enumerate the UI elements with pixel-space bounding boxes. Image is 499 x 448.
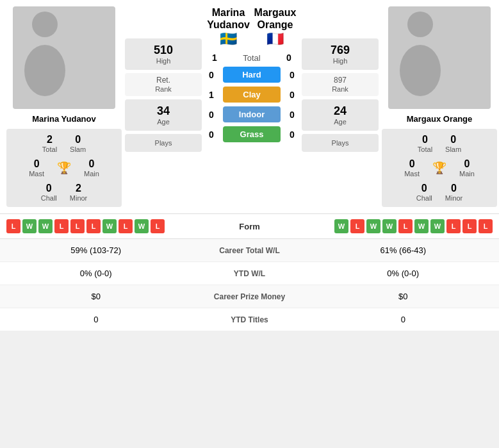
player1-rank-high-box: 510 High — [125, 38, 202, 70]
player1-photo — [13, 6, 115, 109]
player2-minor-label: Minor — [445, 194, 463, 202]
player1-minor: 2 — [76, 183, 81, 194]
form-badge: W — [382, 219, 397, 233]
total-label: Total — [226, 53, 277, 63]
player2-plays-label: Plays — [311, 139, 369, 147]
career-label: Career Total W/L — [192, 246, 307, 255]
player2-rank-value: 897 — [334, 76, 347, 85]
p2-indoor: 0 — [286, 110, 299, 120]
player2-age-box: 24 Age — [302, 99, 379, 131]
form-badge: L — [151, 219, 165, 233]
p2-titles: 0 — [307, 315, 500, 324]
p1-titles: 0 — [0, 315, 192, 324]
svg-point-2 — [407, 12, 433, 37]
player2-trophy-icon: 🏆 — [432, 161, 446, 175]
player1-rank-high: 510 — [135, 44, 192, 57]
player2-card: Margaux Orange 0 Total 0 Slam 0 Mast — [382, 6, 497, 207]
player2-rank-high-label: High — [311, 57, 369, 65]
prize-label: Career Prize Money — [192, 292, 307, 301]
form-badge: L — [446, 219, 461, 233]
prize-row: $0 Career Prize Money $0 — [0, 285, 499, 308]
p1-ytd: 0% (0-0) — [0, 269, 192, 278]
player1-rank-high-label: High — [135, 57, 192, 65]
player2-name-top: Margaux Orange 🇫🇷 — [252, 6, 299, 47]
player1-plays-label: Plays — [135, 139, 192, 147]
form-badge: L — [398, 219, 413, 233]
player2-age-label: Age — [311, 118, 369, 126]
form-badge: L — [86, 219, 101, 233]
player1-mast-label: Mast — [29, 170, 44, 178]
stats-table: 59% (103-72) Career Total W/L 61% (66-43… — [0, 238, 499, 331]
player1-chall-label: Chall — [41, 194, 57, 202]
career-row: 59% (103-72) Career Total W/L 61% (66-43… — [0, 239, 499, 262]
svg-point-3 — [400, 45, 441, 96]
player1-main: 0 — [88, 158, 94, 170]
p2-career: 61% (66-43) — [307, 245, 500, 255]
player1-minor-label: Minor — [70, 194, 88, 202]
p2-grass: 0 — [286, 129, 299, 140]
p2-total-wins: 0 — [282, 53, 295, 63]
player2-main-label: Main — [459, 170, 475, 178]
player1-age-label: Age — [135, 118, 192, 126]
svg-point-0 — [32, 12, 58, 37]
titles-row: 0 YTD Titles 0 — [0, 308, 499, 331]
grass-row: 0 Grass 0 — [205, 124, 299, 144]
p1-indoor: 0 — [205, 110, 218, 120]
form-badge: W — [366, 219, 380, 233]
player2-slam: 0 — [450, 134, 456, 145]
player2-form-badges: WLWWLWWLLL — [282, 219, 493, 233]
player2-rank-sub: Rank — [332, 85, 348, 93]
p1-prize: $0 — [0, 292, 192, 301]
p2-hard: 0 — [286, 70, 299, 80]
indoor-button: Indoor — [223, 106, 281, 122]
player2-rank-high-box: 769 High — [302, 38, 379, 70]
p1-clay: 1 — [205, 90, 218, 100]
player1-age: 34 — [135, 104, 192, 118]
player2-total: 0 — [422, 134, 428, 145]
player1-form-badges: LWWLLLWLWL — [6, 219, 218, 233]
p1-career: 59% (103-72) — [0, 245, 192, 255]
player2-flag: 🇫🇷 — [252, 31, 299, 47]
player1-trophy-icon: 🏆 — [57, 161, 71, 175]
p1-hard: 0 — [205, 70, 218, 80]
form-badge: L — [54, 219, 69, 233]
player2-rank-col: 769 High 897 Rank 24 Age Plays — [302, 6, 379, 152]
p1-total-wins: 1 — [208, 53, 221, 63]
comparison-section: Marina Yudanov 2 Total 0 Slam 0 Mast — [0, 0, 499, 210]
form-badge: L — [70, 219, 85, 233]
player2-rank-high: 769 — [311, 44, 369, 57]
clay-button: Clay — [223, 87, 281, 103]
form-badge: L — [479, 219, 493, 233]
player2-name: Margaux Orange — [407, 114, 473, 124]
form-badge: W — [414, 219, 429, 233]
hard-button: Hard — [223, 67, 281, 83]
form-badge: L — [119, 219, 133, 233]
player2-rank-box: 897 Rank — [302, 73, 379, 96]
player2-plays-box: Plays — [302, 134, 379, 152]
player1-chall: 0 — [46, 183, 52, 194]
main-container: Marina Yudanov 2 Total 0 Slam 0 Mast — [0, 0, 499, 331]
player2-slam-label: Slam — [445, 145, 461, 153]
player1-mast: 0 — [34, 158, 40, 170]
p2-clay: 0 — [286, 90, 299, 100]
player1-stats: 2 Total 0 Slam 0 Mast 🏆 0 — [6, 129, 122, 207]
player2-age: 24 — [311, 104, 369, 118]
player1-card: Marina Yudanov 2 Total 0 Slam 0 Mast — [6, 6, 122, 207]
surface-grid: 1 Total 0 0 Hard 0 1 Clay 0 0 — [205, 51, 299, 144]
player1-flag: 🇸🇪 — [205, 31, 252, 47]
form-badge: L — [6, 219, 20, 233]
ytd-row: 0% (0-0) YTD W/L 0% (0-0) — [0, 262, 499, 285]
player1-rank-box: Ret. Rank — [125, 73, 202, 96]
center-col: Marina Yudanov 🇸🇪 Margaux Orange 🇫🇷 1 To… — [205, 6, 299, 144]
player2-main: 0 — [464, 158, 470, 170]
form-badge: W — [334, 219, 348, 233]
form-label: Form — [218, 222, 282, 231]
grass-button: Grass — [223, 126, 281, 142]
hard-row: 0 Hard 0 — [205, 65, 299, 85]
player1-total-label: Total — [42, 145, 57, 153]
player1-total: 2 — [47, 134, 53, 145]
player1-name-top: Marina Yudanov 🇸🇪 — [205, 6, 252, 47]
player2-chall-label: Chall — [416, 194, 432, 202]
form-section: LWWLLLWLWL Form WLWWLWWLLL — [0, 213, 499, 238]
player2-mast-label: Mast — [404, 170, 420, 178]
